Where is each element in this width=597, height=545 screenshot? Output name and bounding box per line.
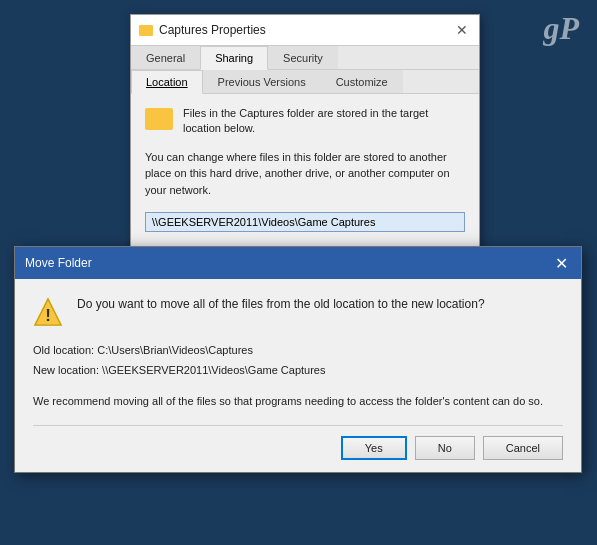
- move-body: ! Do you want to move all of the files f…: [15, 279, 581, 472]
- move-question-text: Do you want to move all of the files fro…: [77, 295, 485, 313]
- move-recommend-text: We recommend moving all of the files so …: [33, 393, 563, 410]
- move-cancel-button[interactable]: Cancel: [483, 436, 563, 460]
- svg-text:!: !: [45, 306, 51, 325]
- properties-titlebar: Captures Properties ✕: [131, 15, 479, 46]
- tab-location[interactable]: Location: [131, 70, 203, 94]
- folder-icon-large: [145, 108, 173, 130]
- tab-security[interactable]: Security: [268, 46, 338, 69]
- folder-icon: [139, 25, 153, 36]
- tab-previous-versions[interactable]: Previous Versions: [203, 70, 321, 93]
- tab-general[interactable]: General: [131, 46, 200, 69]
- path-input[interactable]: [145, 212, 465, 232]
- old-location-row: Old location: C:\Users\Brian\Videos\Capt…: [33, 341, 563, 361]
- desc-text: You can change where files in this folde…: [145, 149, 465, 199]
- old-location-value: C:\Users\Brian\Videos\Captures: [97, 344, 253, 356]
- move-top-row: ! Do you want to move all of the files f…: [33, 295, 563, 327]
- no-button[interactable]: No: [415, 436, 475, 460]
- yes-button[interactable]: Yes: [341, 436, 407, 460]
- move-dialog-title: Move Folder: [25, 256, 92, 270]
- watermark: gP: [543, 10, 579, 47]
- title-left: Captures Properties: [139, 23, 266, 37]
- info-row: Files in the Captures folder are stored …: [145, 106, 465, 137]
- properties-title: Captures Properties: [159, 23, 266, 37]
- tab-sharing[interactable]: Sharing: [200, 46, 268, 70]
- tabs-row1: General Sharing Security: [131, 46, 479, 70]
- new-location-row: New location: \\GEEKSERVER2011\Videos\Ga…: [33, 361, 563, 381]
- move-button-row: Yes No Cancel: [33, 425, 563, 460]
- new-location-value: \\GEEKSERVER2011\Videos\Game Captures: [102, 364, 325, 376]
- warning-icon: !: [33, 297, 63, 327]
- info-text: Files in the Captures folder are stored …: [183, 106, 465, 137]
- properties-body: Files in the Captures folder are stored …: [131, 94, 479, 254]
- move-details: Old location: C:\Users\Brian\Videos\Capt…: [33, 341, 563, 381]
- tabs-row2: Location Previous Versions Customize: [131, 70, 479, 94]
- tab-customize[interactable]: Customize: [321, 70, 403, 93]
- move-titlebar: Move Folder ✕: [15, 247, 581, 279]
- old-location-label: Old location:: [33, 344, 94, 356]
- move-close-button[interactable]: ✕: [551, 253, 571, 273]
- new-location-label: New location:: [33, 364, 99, 376]
- properties-close-button[interactable]: ✕: [453, 21, 471, 39]
- move-folder-dialog: Move Folder ✕ ! Do you want to move all …: [14, 246, 582, 473]
